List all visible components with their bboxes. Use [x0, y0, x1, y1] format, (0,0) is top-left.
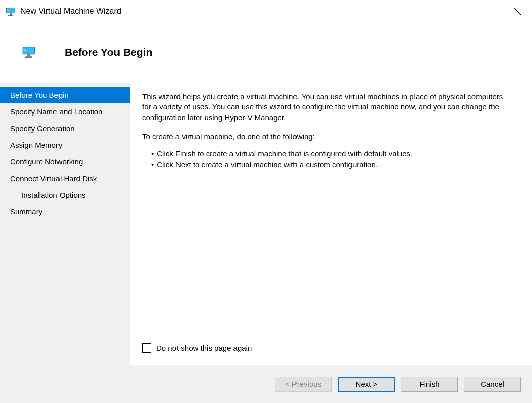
- footer: < Previous Next > Finish Cancel: [0, 365, 532, 403]
- monitor-icon: [22, 47, 35, 58]
- do-not-show-checkbox[interactable]: [142, 343, 151, 353]
- bullet-item: Click Next to create a virtual machine w…: [151, 160, 509, 170]
- bullet-item: Click Finish to create a virtual machine…: [151, 149, 509, 159]
- bullet-list: Click Finish to create a virtual machine…: [151, 149, 509, 171]
- content-pane: This wizard helps you create a virtual m…: [130, 83, 532, 365]
- finish-button[interactable]: Finish: [401, 377, 458, 392]
- header: Before You Begin: [0, 22, 532, 83]
- intro-paragraph: This wizard helps you create a virtual m…: [142, 92, 509, 123]
- sidebar-item-6[interactable]: Installation Options: [0, 187, 130, 203]
- sidebar-item-7[interactable]: Summary: [0, 203, 130, 220]
- svg-rect-9: [24, 50, 26, 51]
- svg-rect-11: [25, 56, 32, 58]
- cancel-button[interactable]: Cancel: [464, 377, 521, 392]
- do-not-show-checkbox-row: Do not show this page again: [142, 343, 509, 353]
- body: Before You BeginSpecify Name and Locatio…: [0, 83, 532, 365]
- svg-rect-3: [10, 13, 12, 15]
- svg-rect-4: [8, 15, 13, 16]
- sidebar-item-3[interactable]: Assign Memory: [0, 137, 130, 153]
- do-not-show-label: Do not show this page again: [156, 343, 252, 353]
- window-title: New Virtual Machine Wizard: [20, 7, 122, 16]
- monitor-icon: [6, 8, 15, 16]
- sidebar: Before You BeginSpecify Name and Locatio…: [0, 83, 130, 365]
- close-button[interactable]: [506, 2, 529, 21]
- previous-button: < Previous: [275, 377, 332, 392]
- titlebar: New Virtual Machine Wizard: [0, 0, 532, 22]
- instruction-paragraph: To create a virtual machine, do one of t…: [142, 132, 509, 142]
- sidebar-item-5[interactable]: Connect Virtual Hard Disk: [0, 170, 130, 187]
- sidebar-item-4[interactable]: Configure Networking: [0, 153, 130, 170]
- svg-rect-2: [7, 10, 9, 11]
- sidebar-item-2[interactable]: Specify Generation: [0, 120, 130, 137]
- next-button[interactable]: Next >: [338, 377, 395, 392]
- page-title: Before You Begin: [65, 46, 152, 59]
- sidebar-item-1[interactable]: Specify Name and Location: [0, 103, 130, 120]
- sidebar-item-0[interactable]: Before You Begin: [0, 87, 130, 103]
- svg-rect-10: [27, 54, 30, 56]
